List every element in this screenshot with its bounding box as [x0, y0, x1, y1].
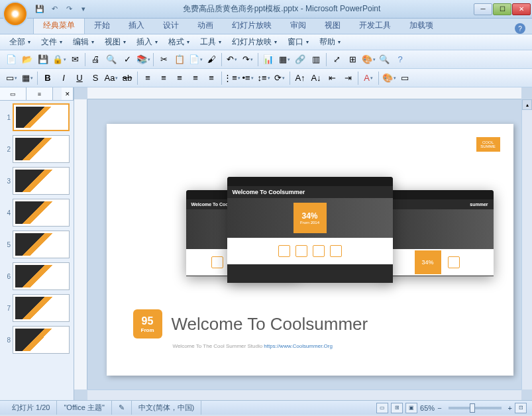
zoom-level[interactable]: 65% [420, 404, 435, 412]
spellcheck-icon[interactable]: ✎ [112, 401, 132, 415]
redo-button[interactable]: ↷ [62, 3, 76, 16]
change-case-button[interactable]: Aa [104, 71, 119, 85]
scrollbar-vertical[interactable]: ▴ [521, 99, 532, 390]
tab-developer[interactable]: 开发工具 [350, 17, 400, 34]
design-button[interactable]: 🎨 [382, 71, 396, 85]
text-direction-button[interactable]: ⟳ [272, 71, 287, 85]
new-slide-button-2[interactable]: ▭ [398, 71, 412, 85]
thumbnail-3[interactable]: 3 [3, 167, 71, 195]
menu-window[interactable]: 窗口 [282, 35, 314, 49]
spelling-button[interactable]: ✓ [120, 52, 134, 67]
align-left-button[interactable]: ≡ [140, 71, 155, 85]
underline-button[interactable]: U [72, 71, 87, 85]
menu-insert[interactable]: 插入 [131, 35, 163, 49]
tables-button[interactable]: ▥ [309, 52, 323, 67]
permission-button[interactable]: 🔒 [52, 52, 66, 67]
thumbnail-2[interactable]: 2 [3, 135, 71, 163]
language-indicator[interactable]: 中文(简体，中国) [132, 401, 201, 415]
tab-addins[interactable]: 加载项 [400, 17, 443, 34]
help-button-tb[interactable]: ? [393, 52, 407, 67]
slideshow-view-button[interactable]: ▣ [405, 403, 417, 413]
align-center-button[interactable]: ≡ [156, 71, 171, 85]
zoom-slider[interactable] [449, 407, 502, 409]
minimize-button[interactable]: ─ [474, 3, 492, 15]
tab-outline[interactable]: ≡ [27, 87, 53, 100]
close-panel-button[interactable]: ✕ [62, 87, 74, 100]
copy-button[interactable]: 📋 [172, 52, 187, 67]
menu-edit[interactable]: 编辑 [68, 35, 99, 49]
paste-button[interactable]: 📄 [188, 52, 203, 67]
bold-button[interactable]: B [40, 71, 55, 85]
decrease-indent-button[interactable]: ⇤ [325, 71, 339, 85]
layout-button[interactable]: ▦ [20, 71, 34, 85]
chart-button[interactable]: 📊 [261, 52, 276, 67]
qat-more-button[interactable]: ▾ [77, 3, 90, 16]
numbering-button[interactable]: ⋮≡ [225, 71, 239, 85]
decrease-font-button[interactable]: A↓ [309, 71, 323, 85]
distributed-button[interactable]: ≡ [204, 71, 219, 85]
tab-design[interactable]: 设计 [154, 17, 188, 34]
thumbnail-8[interactable]: 8 [3, 326, 71, 354]
table-button[interactable]: ▦ [277, 52, 292, 67]
tab-home[interactable]: 开始 [85, 17, 119, 34]
new-button[interactable]: 📄 [4, 52, 19, 67]
help-icon[interactable]: ? [515, 23, 525, 34]
menu-tools[interactable]: 工具 [195, 35, 227, 49]
zoom-thumb[interactable] [470, 403, 475, 413]
thumbnail-6[interactable]: 6 [3, 262, 71, 290]
save-button[interactable]: 💾 [33, 3, 46, 16]
new-slide-button[interactable]: ▭ [4, 71, 19, 85]
scrollbar-horizontal[interactable] [87, 390, 521, 400]
menu-view[interactable]: 视图 [99, 35, 131, 49]
hyperlink-button[interactable]: 🔗 [293, 52, 307, 67]
zoom-out-button[interactable]: − [437, 404, 441, 412]
normal-view-button[interactable]: ▭ [376, 403, 388, 413]
justify-button[interactable]: ≡ [188, 71, 203, 85]
thumbnail-5[interactable]: 5 [3, 231, 71, 258]
undo-button[interactable]: ↶ [48, 3, 61, 16]
tab-animations[interactable]: 动画 [188, 17, 223, 34]
tab-review[interactable]: 审阅 [281, 17, 315, 34]
thumbnail-7[interactable]: 7 [3, 294, 71, 322]
thumbnail-1[interactable]: 1 [3, 103, 71, 131]
tab-classic-menu[interactable]: 经典菜单 [33, 17, 85, 34]
print-preview-button[interactable]: 🔍 [104, 52, 119, 67]
research-button[interactable]: 📚 [136, 52, 150, 67]
sorter-view-button[interactable]: ⊞ [391, 403, 403, 413]
open-button[interactable]: 📂 [20, 52, 34, 67]
align-right-button[interactable]: ≡ [172, 71, 187, 85]
grid-button[interactable]: ⊞ [345, 52, 360, 67]
zoom-in-button[interactable]: + [508, 404, 512, 412]
expand-button[interactable]: ⤢ [329, 52, 344, 67]
cut-button[interactable]: ✂ [156, 52, 171, 67]
increase-indent-button[interactable]: ⇥ [341, 71, 355, 85]
thumbnail-4[interactable]: 4 [3, 199, 71, 227]
menu-slideshow[interactable]: 幻灯片放映 [227, 35, 282, 49]
subtitle-link[interactable]: https://www.Coolsummer.Org [264, 343, 333, 349]
tab-slides[interactable]: ▭ [0, 87, 27, 100]
format-painter-button[interactable]: 🖌 [204, 52, 219, 67]
zoom-button[interactable]: 🔍 [377, 52, 392, 67]
maximize-button[interactable]: ☐ [493, 3, 511, 15]
tab-slideshow[interactable]: 幻灯片放映 [223, 17, 281, 34]
fit-button[interactable]: ⊡ [515, 403, 527, 413]
undo-button-tb[interactable]: ↶ [225, 52, 239, 67]
email-button[interactable]: ✉ [68, 52, 82, 67]
slide-canvas[interactable]: COOL SUMME Welcome To Coolsummer 34% Wel… [107, 124, 513, 376]
tab-view[interactable]: 视图 [315, 17, 350, 34]
save-button-tb[interactable]: 💾 [36, 52, 50, 67]
shadow-button[interactable]: S [88, 71, 103, 85]
office-button[interactable] [3, 1, 28, 26]
line-spacing-button[interactable]: ↕≡ [256, 71, 271, 85]
redo-button-tb[interactable]: ↷ [240, 52, 255, 67]
menu-file[interactable]: 文件 [36, 35, 68, 49]
menu-all[interactable]: 全部 [4, 35, 36, 49]
menu-help[interactable]: 帮助 [314, 35, 346, 49]
print-button[interactable]: 🖨 [88, 52, 103, 67]
italic-button[interactable]: I [56, 71, 71, 85]
scroll-up-button[interactable]: ▴ [522, 99, 532, 110]
strikethrough-button[interactable]: ab [120, 71, 134, 85]
increase-font-button[interactable]: A↑ [293, 71, 307, 85]
color-button[interactable]: 🎨 [361, 52, 376, 67]
bullets-button[interactable]: •≡ [240, 71, 255, 85]
